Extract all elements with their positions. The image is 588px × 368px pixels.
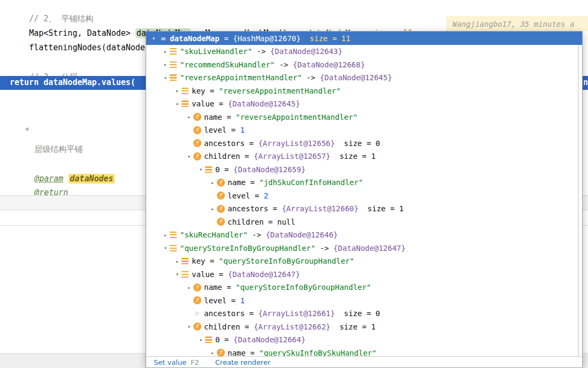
tree-text-plain: =	[205, 257, 218, 265]
field-icon: f	[193, 113, 201, 121]
tree-text-ref: {DataNode@12647}	[334, 244, 406, 252]
chevron-right-icon[interactable]: ▸	[161, 232, 170, 238]
chevron-down-icon[interactable]: ▾	[161, 245, 170, 251]
tree-row[interactable]: ▸fname = "querySkuInfoBySkuHandler"	[146, 347, 582, 357]
tree-row[interactable]: ▾0 = {DataNode@12664}	[146, 333, 582, 347]
create-renderer-link[interactable]: Create renderer	[215, 358, 270, 366]
chevron-right-icon[interactable]: ▸	[161, 62, 170, 67]
set-value-shortcut: F2	[191, 358, 199, 366]
chevron-right-icon[interactable]: ▸	[173, 88, 182, 94]
map-entry-icon	[205, 336, 212, 343]
chevron-right-icon[interactable]: ▸	[208, 180, 217, 186]
field-icon: f	[217, 191, 225, 200]
tree-text-plain: ->	[302, 73, 320, 82]
tree-row[interactable]: ▾"reverseAppointmentHandler" -> {DataNod…	[146, 71, 582, 85]
chevron-right-icon[interactable]: ▸	[208, 350, 217, 356]
tree-text-str: "queryStoreInfoByGroupHandler"	[236, 283, 371, 292]
tree-text-ref: {DataNode@12664}	[233, 335, 306, 344]
code-line-flattening[interactable]: flatteningNodes(dataNodes,	[10, 33, 155, 62]
tree-text-str: "queryStoreInfoByGroupHandler"	[180, 244, 315, 252]
comment-text: 层级结构平铺	[34, 144, 82, 154]
tree-row[interactable]: ▾"queryStoreInfoByGroupHandler" -> {Data…	[146, 242, 582, 255]
tree-text-plain: =	[263, 218, 277, 226]
chevron-right-icon[interactable]: ▸	[161, 49, 170, 55]
tree-text-plain: =	[268, 204, 282, 213]
chevron-down-icon[interactable]: ▾	[149, 35, 158, 41]
execution-line-fragment: n	[583, 78, 588, 87]
tree-text-str: "reverseAppointmentHandler"	[219, 87, 341, 95]
field-icon: f	[193, 126, 201, 134]
map-entry-icon	[205, 166, 212, 173]
field-icon: f	[217, 349, 225, 356]
tree-row[interactable]: flevel = 2	[146, 189, 582, 203]
param-value-highlighted: dataNodes	[69, 174, 114, 183]
scrollbar[interactable]	[578, 45, 579, 356]
chevron-down-icon[interactable]: ▾	[197, 166, 205, 172]
tree-row[interactable]: ▸fname = "jdhSkuConfInfoHandler"	[146, 176, 582, 189]
field-icon: f	[193, 283, 201, 292]
tree-row[interactable]: ▸key = "reverseAppointmentHandler"	[146, 85, 582, 98]
tree-text-plain: size = 1	[358, 204, 403, 213]
tree-text-plain: value	[192, 270, 214, 279]
tree-text-ref: {DataNode@12645}	[320, 73, 392, 82]
tree-text-str: "skuLiveHandler"	[180, 47, 252, 56]
tree-text-plain: ancestors	[228, 204, 268, 213]
git-blame-annotation[interactable]: Wangjiangbo17, 35 minutes a	[453, 20, 575, 28]
tree-row[interactable]: ▸fname = "queryStoreInfoByGroupHandler"	[146, 281, 582, 294]
tree-text-str: "querySkuInfoBySkuHandler"	[259, 349, 376, 356]
tree-text-ref: {DataNode@12643}	[270, 47, 343, 56]
tree-text-ref: {DataNode@12668}	[293, 60, 365, 69]
tree-text-plain: =	[214, 270, 228, 279]
tree-row[interactable]: ▾value = {DataNode@12647}	[146, 268, 582, 281]
tree-text-plain: children	[228, 218, 263, 226]
chevron-right-icon[interactable]: ▸	[173, 258, 182, 264]
set-value-link[interactable]: Set value	[154, 358, 186, 366]
chevron-down-icon[interactable]: ▾	[173, 101, 182, 107]
tree-row[interactable]: fchildren = null	[146, 216, 582, 229]
chevron-down-icon[interactable]: ▾	[185, 324, 193, 329]
tree-text-plain: key	[192, 257, 205, 265]
tree-text-plain: =	[246, 178, 259, 187]
tree-row[interactable]: ▾value = {DataNode@12645}	[146, 97, 582, 111]
tree-text-plain: =	[245, 139, 258, 148]
tree-row[interactable]: ▸"recommendSkuHandler" -> {DataNode@1266…	[146, 58, 582, 72]
tree-text-plain: value	[192, 99, 214, 108]
chevron-right-icon[interactable]: ▸	[185, 114, 193, 120]
chevron-right-icon[interactable]: ▸	[185, 285, 193, 290]
field-icon: f	[217, 205, 225, 213]
tree-text-ref: {DataNode@12646}	[266, 231, 338, 239]
root-eq: =	[220, 34, 233, 43]
tree-text-ref: {DataNode@12659}	[233, 165, 306, 174]
tree-text-plain: null	[277, 218, 296, 226]
tree-text-plain: 0	[215, 335, 220, 344]
tree-row[interactable]: ▾0 = {DataNode@12659}	[146, 163, 582, 177]
tree-text-plain: size = 1	[330, 323, 375, 331]
tree-row[interactable]: ▸"skuRecHandler" -> {DataNode@12646}	[146, 228, 582, 242]
chevron-down-icon[interactable]: ▾	[185, 154, 193, 159]
chevron-down-icon[interactable]: ▾	[197, 337, 205, 343]
tree-row[interactable]: flevel = 1	[146, 124, 582, 137]
tree-text-plain: ancestors	[204, 309, 245, 318]
tree-row[interactable]: ▾fchildren = {ArrayList@12662} size = 1	[146, 320, 582, 334]
javadoc-description[interactable]: 层级结构平铺	[15, 135, 82, 164]
map-entry-icon	[170, 245, 177, 251]
chevron-down-icon[interactable]: ▾	[161, 75, 170, 81]
tree-row-root[interactable]: ▾ ∞ dataNodeMap = {HashMap@12670} size =…	[146, 32, 582, 45]
tree-row[interactable]: ⚐ancestors = {ArrayList@12661} size = 0	[146, 307, 582, 320]
tree-row[interactable]: ▸fname = "reverseAppointmentHandler"	[146, 111, 582, 124]
tree-row[interactable]: ▾fchildren = {ArrayList@12657} size = 1	[146, 150, 582, 163]
tree-text-ref: {ArrayList@12661}	[258, 309, 335, 318]
watch-icon: ⚐	[193, 310, 201, 318]
tree-row[interactable]: flevel = 1	[146, 294, 582, 308]
tree-text-ref: {DataNode@12645}	[228, 99, 300, 108]
chevron-down-icon[interactable]: ▾	[173, 271, 182, 277]
tree-text-plain: =	[240, 152, 253, 160]
tree-text-ref: {ArrayList@12657}	[254, 152, 330, 160]
chevron-right-icon[interactable]: ▸	[208, 206, 217, 212]
tree-row[interactable]: ▸key = "queryStoreInfoByGroupHandler"	[146, 255, 582, 268]
map-entry-icon	[170, 232, 177, 238]
tree-row[interactable]: ▸"skuLiveHandler" -> {DataNode@12643}	[146, 45, 582, 58]
tree-row[interactable]: ▸fancestors = {ArrayList@12660} size = 1	[146, 202, 582, 216]
tree-row[interactable]: fancestors = {ArrayList@12656} size = 0	[146, 137, 582, 150]
tree-text-plain: 0	[215, 165, 220, 174]
